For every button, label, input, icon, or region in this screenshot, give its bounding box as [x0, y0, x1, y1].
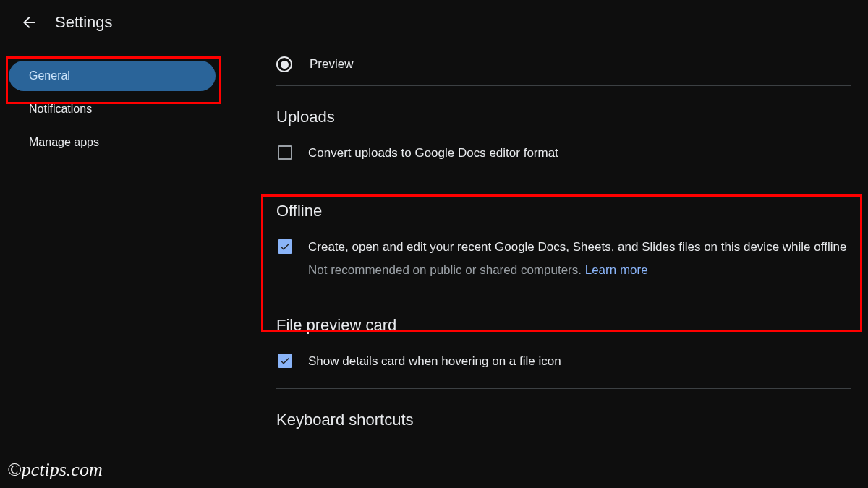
offline-checkbox[interactable] [278, 239, 292, 254]
sidebar-item-label: Notifications [29, 103, 92, 115]
file-preview-title: File preview card [276, 294, 851, 348]
file-preview-checkbox[interactable] [278, 354, 292, 368]
offline-sublabel: Not recommended on public or shared comp… [308, 263, 846, 278]
sidebar-item-label: General [29, 69, 70, 82]
radio-selected-icon [281, 61, 289, 69]
learn-more-link[interactable]: Learn more [585, 263, 648, 277]
preview-radio[interactable] [276, 56, 292, 72]
sidebar-item-manage-apps[interactable]: Manage apps [9, 127, 216, 158]
uploads-row: Convert uploads to Google Docs editor fo… [276, 140, 851, 180]
uploads-title: Uploads [276, 86, 851, 140]
offline-sub-text: Not recommended on public or shared comp… [308, 263, 585, 277]
sidebar: General Notifications Manage apps [0, 45, 224, 442]
sidebar-item-label: Manage apps [29, 136, 99, 148]
preview-row: Preview [276, 51, 851, 85]
sidebar-item-notifications[interactable]: Notifications [9, 94, 216, 124]
preview-label: Preview [310, 57, 353, 72]
offline-row: Create, open and edit your recent Google… [276, 234, 851, 277]
file-preview-label: Show details card when hovering on a fil… [308, 352, 561, 371]
offline-label: Create, open and edit your recent Google… [308, 238, 846, 257]
convert-uploads-label: Convert uploads to Google Docs editor fo… [308, 144, 558, 163]
keyboard-title: Keyboard shortcuts [276, 389, 851, 442]
watermark: ©pctips.com [7, 459, 103, 481]
back-arrow-icon[interactable] [20, 14, 38, 31]
offline-title: Offline [276, 180, 851, 234]
page-title: Settings [55, 13, 113, 32]
file-preview-row: Show details card when hovering on a fil… [276, 348, 851, 388]
sidebar-item-general[interactable]: General [9, 61, 216, 91]
settings-header: Settings [0, 0, 868, 45]
settings-content: Preview Uploads Convert uploads to Googl… [224, 45, 868, 442]
convert-uploads-checkbox[interactable] [278, 145, 292, 160]
